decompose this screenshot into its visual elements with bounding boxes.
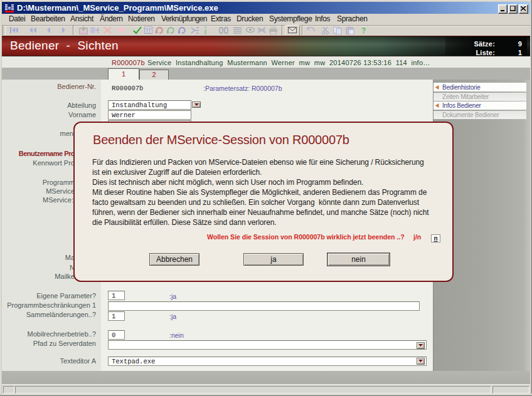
svg-text:?: ?	[361, 26, 366, 34]
